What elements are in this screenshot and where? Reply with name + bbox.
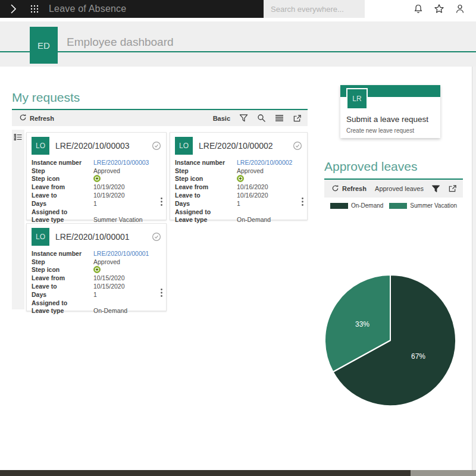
field-row: StepApproved xyxy=(32,258,161,266)
card-menu-kebab-icon[interactable] xyxy=(301,197,304,206)
card-menu-kebab-icon[interactable] xyxy=(160,288,163,298)
search-box[interactable] xyxy=(264,0,365,18)
request-card[interactable]: LO LRE/2020/10/00003 Instance numberLRE/… xyxy=(26,132,167,220)
top-bar: Leave of Absence xyxy=(0,0,476,18)
field-row: Step icon xyxy=(32,266,161,274)
top-bar-icons xyxy=(365,0,476,18)
field-row: Leave to10/16/2020 xyxy=(175,191,302,199)
refresh-label: Refresh xyxy=(30,115,54,122)
search-list-icon[interactable] xyxy=(257,114,266,123)
field-row: Step icon xyxy=(32,175,161,183)
page-title: Employee dashboard xyxy=(67,36,174,49)
legend-swatch xyxy=(389,203,407,209)
bottom-taskbar-strip xyxy=(0,470,411,476)
compact-list-view-icon[interactable] xyxy=(14,133,23,309)
field-row: Instance numberLRE/2020/10/00003 xyxy=(32,158,161,167)
refresh-icon xyxy=(19,114,27,123)
field-row: Days1 xyxy=(32,290,161,299)
field-row: Days1 xyxy=(32,199,161,208)
field-row: Leave from10/15/2020 xyxy=(32,274,161,282)
open-external-icon[interactable] xyxy=(293,114,302,123)
legend-swatch xyxy=(330,203,348,209)
check-circle-icon[interactable] xyxy=(293,141,302,151)
field-row: Assigned to xyxy=(175,208,302,216)
request-card[interactable]: LO LRE/2020/10/00002 Instance numberLRE/… xyxy=(170,132,308,220)
top-bar-dark-zone: Leave of Absence xyxy=(0,0,264,18)
dashboard-tile: ED xyxy=(30,27,58,64)
field-row: Leave from10/16/2020 xyxy=(175,183,302,191)
submit-leave-request-tile[interactable]: LR Submit a leave request Create new lea… xyxy=(340,85,440,138)
legend-item-on-demand[interactable]: On-Demand xyxy=(330,202,383,209)
app-grid-icon[interactable] xyxy=(30,4,39,14)
step-status-icon xyxy=(93,175,101,182)
step-status-icon xyxy=(237,175,244,182)
check-circle-icon[interactable] xyxy=(152,141,161,151)
view-selector[interactable]: Basic xyxy=(213,115,230,122)
field-row: Assigned to xyxy=(32,299,161,307)
field-row: Leave typeOn-Demand xyxy=(32,307,161,315)
process-tile: LO xyxy=(32,228,49,246)
request-title[interactable]: LRE/2020/10/00003 xyxy=(55,141,130,151)
refresh-button[interactable]: Refresh xyxy=(19,114,54,123)
refresh-icon xyxy=(331,184,339,193)
refresh-label: Refresh xyxy=(342,185,367,192)
field-row: Step icon xyxy=(175,175,302,183)
submit-tile-title[interactable]: Submit a leave request xyxy=(346,115,428,124)
view-switcher-strip[interactable] xyxy=(12,130,24,309)
bottom-taskbar-strip-light xyxy=(411,470,476,476)
field-row: Instance numberLRE/2020/10/00001 xyxy=(32,249,161,258)
my-requests-toolbar: Refresh Basic xyxy=(12,110,308,126)
search-input[interactable] xyxy=(264,5,375,14)
field-row: Assigned to xyxy=(32,208,161,216)
approved-leaves-heading: Approved leaves xyxy=(324,159,417,174)
request-card[interactable]: LO LRE/2020/10/00001 Instance numberLRE/… xyxy=(26,223,167,311)
pie-label-67: 67% xyxy=(411,352,425,361)
check-circle-icon[interactable] xyxy=(152,232,161,242)
submit-tile-subtitle: Create new leave request xyxy=(346,127,414,134)
instance-number-link[interactable]: LRE/2020/10/00001 xyxy=(93,250,149,257)
expand-menu-chevron-icon[interactable] xyxy=(8,3,19,15)
field-row: StepApproved xyxy=(175,167,302,175)
filter-applied-icon[interactable] xyxy=(431,184,440,193)
my-requests-heading: My requests xyxy=(12,90,80,105)
card-menu-kebab-icon[interactable] xyxy=(160,197,163,206)
instance-number-link[interactable]: LRE/2020/10/00002 xyxy=(237,159,292,166)
refresh-button[interactable]: Refresh xyxy=(331,184,367,193)
step-status-icon xyxy=(93,266,101,273)
chart-legend: On-Demand Summer Vacation xyxy=(324,202,463,209)
table-view-icon[interactable] xyxy=(275,114,284,122)
field-row: StepApproved xyxy=(32,167,161,175)
field-row: Days1 xyxy=(175,199,302,208)
field-row: Leave typeOn-Demand xyxy=(175,216,302,224)
approved-leaves-toolbar: Refresh Approved leaves xyxy=(324,180,463,198)
favorites-star-icon[interactable] xyxy=(434,4,444,14)
field-row: Instance numberLRE/2020/10/00002 xyxy=(175,158,302,167)
view-selector[interactable]: Approved leaves xyxy=(375,185,424,192)
app-title[interactable]: Leave of Absence xyxy=(49,4,126,14)
request-title[interactable]: LRE/2020/10/00001 xyxy=(55,232,130,242)
process-tile: LO xyxy=(175,137,193,155)
start-process-tile: LR xyxy=(346,88,368,109)
request-card-grid: LO LRE/2020/10/00003 Instance numberLRE/… xyxy=(26,132,308,311)
filter-icon[interactable] xyxy=(239,114,248,123)
scroll-gutter[interactable] xyxy=(472,67,476,470)
field-row: Leave from10/19/2020 xyxy=(32,183,161,191)
legend-item-summer-vacation[interactable]: Summer Vacation xyxy=(389,202,457,209)
pie-label-33: 33% xyxy=(355,320,369,328)
header-divider xyxy=(0,51,476,52)
instance-number-link[interactable]: LRE/2020/10/00003 xyxy=(93,159,149,166)
field-row: Leave to10/15/2020 xyxy=(32,282,161,290)
notifications-bell-icon[interactable] xyxy=(413,4,424,14)
open-external-icon[interactable] xyxy=(448,184,457,193)
field-row: Leave to10/19/2020 xyxy=(32,191,161,199)
process-tile: LO xyxy=(32,137,49,155)
profile-person-icon[interactable] xyxy=(455,4,465,14)
request-title[interactable]: LRE/2020/10/00002 xyxy=(199,141,273,151)
approved-leaves-pie-chart[interactable]: 33% 67% xyxy=(324,271,461,411)
